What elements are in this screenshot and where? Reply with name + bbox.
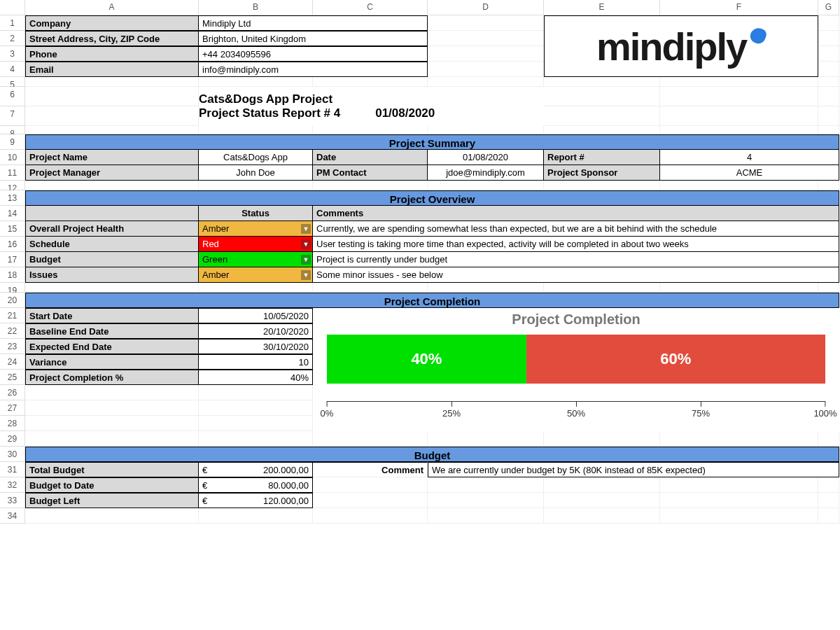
row-num-16[interactable]: 16 bbox=[0, 237, 25, 252]
cell[interactable] bbox=[313, 508, 428, 524]
row-num-1[interactable]: 1 bbox=[0, 15, 25, 31]
col-head-E[interactable]: E bbox=[544, 0, 660, 15]
row-num-26[interactable]: 26 bbox=[0, 385, 25, 400]
row-num-6[interactable]: 6 bbox=[0, 87, 25, 106]
cell[interactable] bbox=[660, 106, 818, 126]
cell[interactable] bbox=[660, 87, 818, 106]
cell[interactable] bbox=[818, 106, 839, 126]
row-num-17[interactable]: 17 bbox=[0, 252, 25, 267]
cell[interactable] bbox=[25, 87, 199, 106]
row-num-5[interactable]: 5 bbox=[0, 77, 25, 87]
cell[interactable] bbox=[25, 283, 199, 293]
row-num-4[interactable]: 4 bbox=[0, 62, 25, 77]
cell[interactable] bbox=[428, 126, 544, 134]
value-email[interactable]: info@mindiply.com bbox=[199, 62, 428, 77]
cell[interactable] bbox=[199, 431, 313, 447]
col-head-A[interactable]: A bbox=[25, 0, 199, 15]
cell[interactable] bbox=[818, 87, 839, 106]
status-dropdown[interactable]: Red bbox=[199, 237, 313, 252]
cell[interactable] bbox=[544, 431, 660, 447]
cell[interactable] bbox=[313, 283, 428, 293]
ov-comment[interactable]: Currently, we are spending somewhat less… bbox=[313, 221, 839, 237]
comp-value-pct[interactable]: 40% bbox=[199, 370, 313, 385]
value-company[interactable]: Mindiply Ltd bbox=[199, 15, 428, 31]
cell[interactable] bbox=[544, 477, 660, 493]
cell[interactable] bbox=[428, 283, 544, 293]
cell[interactable] bbox=[25, 106, 199, 126]
cell[interactable] bbox=[428, 62, 544, 77]
cell[interactable] bbox=[313, 77, 428, 87]
row-num-33[interactable]: 33 bbox=[0, 493, 25, 508]
val-pm[interactable]: John Doe bbox=[199, 165, 313, 181]
cell[interactable] bbox=[199, 126, 313, 134]
cell[interactable] bbox=[199, 181, 313, 190]
row-num-32[interactable]: 32 bbox=[0, 477, 25, 493]
row-num-9[interactable]: 9 bbox=[0, 134, 25, 150]
cell[interactable] bbox=[199, 416, 313, 431]
row-num-20[interactable]: 20 bbox=[0, 293, 25, 308]
row-num-14[interactable]: 14 bbox=[0, 206, 25, 221]
ov-comment[interactable]: User testing is taking more time than ex… bbox=[313, 237, 839, 252]
status-dropdown[interactable]: Amber bbox=[199, 267, 313, 283]
row-num-25[interactable]: 25 bbox=[0, 370, 25, 385]
cell[interactable] bbox=[818, 77, 839, 87]
cell[interactable] bbox=[25, 431, 199, 447]
cell[interactable] bbox=[544, 181, 660, 190]
val-report[interactable]: 4 bbox=[660, 150, 839, 165]
ov-comment[interactable]: Project is currently under budget bbox=[313, 252, 839, 267]
cell[interactable] bbox=[25, 416, 199, 431]
status-dropdown[interactable]: Amber bbox=[199, 221, 313, 237]
col-head-D[interactable]: D bbox=[428, 0, 544, 15]
cell[interactable] bbox=[660, 493, 818, 508]
row-num-15[interactable]: 15 bbox=[0, 221, 25, 237]
ov-comment[interactable]: Some minor issues - see below bbox=[313, 267, 839, 283]
cell[interactable] bbox=[313, 431, 428, 447]
col-head-G[interactable]: G bbox=[818, 0, 839, 15]
budget-comment[interactable]: We are currently under budget by 5K (80K… bbox=[428, 462, 839, 477]
cell[interactable] bbox=[660, 181, 818, 190]
row-num-7[interactable]: 7 bbox=[0, 106, 25, 126]
cell[interactable] bbox=[313, 181, 428, 190]
cell[interactable] bbox=[25, 400, 199, 416]
cell[interactable] bbox=[818, 181, 839, 190]
cell[interactable] bbox=[660, 283, 818, 293]
cell[interactable] bbox=[428, 431, 544, 447]
cell[interactable] bbox=[428, 181, 544, 190]
val-contact[interactable]: jdoe@mindiply.com bbox=[428, 165, 544, 181]
cell[interactable] bbox=[544, 283, 660, 293]
cell[interactable] bbox=[25, 385, 199, 400]
row-num-2[interactable]: 2 bbox=[0, 31, 25, 46]
cell[interactable] bbox=[428, 493, 544, 508]
cell[interactable] bbox=[428, 77, 544, 87]
cell[interactable] bbox=[544, 126, 660, 134]
row-num-11[interactable]: 11 bbox=[0, 165, 25, 181]
budget-value-total[interactable]: €200.000,00 bbox=[199, 462, 313, 477]
row-num-3[interactable]: 3 bbox=[0, 46, 25, 62]
col-head-C[interactable]: C bbox=[313, 0, 428, 15]
cell[interactable] bbox=[428, 15, 544, 31]
row-num-23[interactable]: 23 bbox=[0, 339, 25, 354]
cell[interactable] bbox=[818, 477, 839, 493]
cell[interactable] bbox=[199, 385, 313, 400]
cell[interactable] bbox=[660, 477, 818, 493]
cell[interactable] bbox=[818, 493, 839, 508]
row-num-29[interactable]: 29 bbox=[0, 431, 25, 447]
budget-value-todate[interactable]: €80.000,00 bbox=[199, 477, 313, 493]
cell[interactable] bbox=[544, 106, 660, 126]
cell[interactable] bbox=[818, 15, 839, 31]
row-num-21[interactable]: 21 bbox=[0, 308, 25, 323]
cell[interactable] bbox=[818, 283, 839, 293]
cell[interactable] bbox=[818, 31, 839, 46]
cell[interactable] bbox=[199, 77, 313, 87]
comp-value-start[interactable]: 10/05/2020 bbox=[199, 308, 313, 323]
row-num-28[interactable]: 28 bbox=[0, 416, 25, 431]
cell[interactable] bbox=[313, 477, 428, 493]
col-head-F[interactable]: F bbox=[660, 0, 818, 15]
cell[interactable] bbox=[199, 508, 313, 524]
cell[interactable] bbox=[25, 508, 199, 524]
row-num-27[interactable]: 27 bbox=[0, 400, 25, 416]
row-num-10[interactable]: 10 bbox=[0, 150, 25, 165]
cell[interactable] bbox=[428, 31, 544, 46]
row-num-31[interactable]: 31 bbox=[0, 462, 25, 477]
comp-value-variance[interactable]: 10 bbox=[199, 354, 313, 370]
